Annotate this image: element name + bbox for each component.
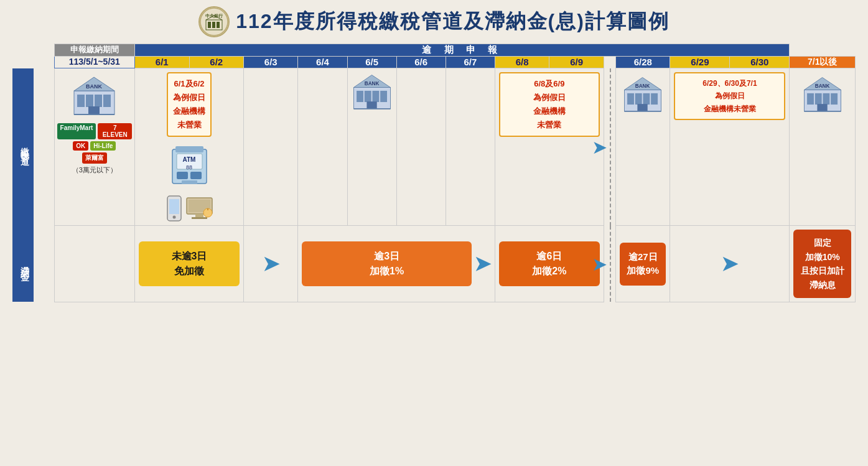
- latefee-0-3: 未逾3日 免加徵: [135, 226, 244, 302]
- col-66-content: [396, 68, 446, 226]
- svg-rect-46: [643, 93, 650, 105]
- main-layout-table: 申報繳納期間 逾 期 申 報 113/5/1~5/31 6/1 6/2 6/3 …: [12, 44, 856, 302]
- svg-rect-24: [182, 180, 197, 184]
- col-67-content: [446, 68, 495, 226]
- bank-building-71: BANK: [801, 71, 844, 114]
- col-628-content: BANK: [616, 68, 670, 226]
- holiday-notice-629-630: 6/29、6/30及7/1 為例假日 金融機構未營業: [674, 72, 785, 120]
- svg-rect-55: [823, 93, 829, 105]
- three-wan-note: （3萬元以下）: [57, 165, 132, 175]
- svg-rect-49: [638, 104, 648, 111]
- col-68-69-content: 6/8及6/9 為例假日 金融機構 未營業: [495, 68, 604, 226]
- period-date: 113/5/1~5/31: [54, 57, 134, 68]
- late-fee-box-2: 逾6日 加徵2%: [499, 241, 600, 286]
- svg-rect-38: [380, 91, 387, 102]
- svg-rect-35: [357, 91, 363, 102]
- latefee-arrow-2: ➤: [670, 226, 790, 302]
- svg-rect-44: [627, 93, 634, 105]
- date-66: 6/6: [396, 57, 446, 68]
- svg-rect-12: [103, 95, 111, 107]
- laierfu-badge: 萊爾富: [82, 152, 107, 164]
- late-fee-row: 滯納金 未逾3日 免加徵 ➤ 逾3日 加徵1%: [12, 226, 856, 302]
- svg-rect-9: [77, 95, 85, 107]
- page-wrapper: 中央銀行 112年度所得稅繳稅管道及滯納金(息)計算圖例: [0, 0, 868, 466]
- svg-rect-56: [831, 93, 838, 105]
- date-68: 6/8: [495, 57, 549, 68]
- convenience-stores: FamilyMart 7 ELEVEN OK Hi-Life 萊爾富 （3萬元以…: [57, 123, 132, 175]
- svg-rect-53: [807, 93, 814, 105]
- period-content: BANK FamilyMart 7 ELEVEN OK Hi-Life: [54, 68, 134, 226]
- svg-text:BANK: BANK: [635, 83, 650, 89]
- svg-rect-37: [372, 91, 379, 102]
- date-628: 6/28: [616, 57, 670, 68]
- svg-text:BANK: BANK: [814, 83, 829, 89]
- gap-latefee: ➤: [604, 226, 615, 302]
- logo-icon: 中央銀行: [198, 6, 230, 37]
- dates-row: 113/5/1~5/31 6/1 6/2 6/3 6/4 6/5 6/6 6/7…: [12, 57, 856, 68]
- svg-rect-30: [195, 214, 203, 217]
- late-fee-box-0: 未逾3日 免加徵: [139, 241, 240, 286]
- date-62: 6/2: [189, 57, 243, 68]
- date-71: 7/1以後: [790, 57, 856, 68]
- tax-channel-row: 繳稅管道 BANK: [12, 68, 856, 226]
- date-630: 6/30: [730, 57, 790, 68]
- bank-building-mid: BANK: [351, 68, 393, 112]
- svg-point-27: [172, 216, 175, 219]
- svg-rect-10: [86, 95, 93, 107]
- svg-rect-3: [208, 22, 211, 28]
- svg-text:ATM: ATM: [182, 156, 195, 163]
- date-65: 6/5: [347, 57, 396, 68]
- svg-rect-40: [366, 101, 376, 109]
- latefee-arrow-1: ➤: [244, 226, 298, 302]
- svg-rect-4: [212, 22, 215, 28]
- latefee-2pct: 逾6日 加徵2%: [495, 226, 604, 302]
- col-63-content: [244, 68, 298, 226]
- date-69: 6/9: [549, 57, 604, 68]
- atm-icon: ATM 88: [169, 144, 210, 188]
- atm-section: ATM 88: [169, 144, 210, 190]
- computer-icon: [185, 197, 213, 220]
- svg-rect-11: [95, 95, 102, 107]
- holiday-notice-68-69: 6/8及6/9 為例假日 金融機構 未營業: [499, 72, 600, 137]
- left-label-tax: 繳稅管道: [12, 68, 34, 226]
- holiday-notice-61-62: 6/1及6/2 為例假日 金融機構 未營業: [167, 72, 212, 137]
- late-fee-box-final: 固定 加徵10% 且按日加計 滯納息: [793, 230, 851, 298]
- late-fee-box-1: 逾3日 加徵1%: [302, 241, 471, 286]
- late-fee-box-27: 逾27日 加徵9%: [620, 243, 666, 286]
- col-64-content: [298, 68, 347, 226]
- latefee-1pct: 逾3日 加徵1% ➤: [298, 226, 495, 302]
- svg-text:BANK: BANK: [86, 83, 102, 90]
- svg-text:BANK: BANK: [364, 81, 379, 86]
- svg-rect-54: [814, 93, 821, 105]
- overdue-header: 逾 期 申 報: [135, 44, 790, 57]
- col-61-62-content: 6/1及6/2 為例假日 金融機構 未營業 ATM 88: [135, 68, 244, 226]
- header-row: 申報繳納期間 逾 期 申 報: [12, 44, 856, 57]
- date-67: 6/7: [446, 57, 495, 68]
- col-71-content: BANK: [790, 68, 856, 226]
- col-65-content: BANK: [347, 68, 396, 226]
- svg-rect-31: [192, 217, 207, 219]
- phone-icon: [166, 195, 183, 221]
- svg-rect-22: [177, 172, 188, 179]
- col-629-630-content: 6/29、6/30及7/1 為例假日 金融機構未營業: [670, 68, 790, 226]
- 711-badge: 7 ELEVEN: [98, 123, 132, 139]
- latefee-final: 固定 加徵10% 且按日加計 滯納息: [790, 226, 856, 302]
- left-label-latefee: 滯納金: [12, 226, 34, 302]
- svg-rect-14: [88, 106, 100, 114]
- latefee-9pct: 逾27日 加徵9%: [616, 226, 670, 302]
- date-64: 6/4: [298, 57, 347, 68]
- page-title: 112年度所得稅繳稅管道及滯納金(息)計算圖例: [236, 8, 670, 35]
- svg-text:88: 88: [186, 164, 192, 170]
- ok-badge: OK: [73, 141, 88, 151]
- svg-rect-36: [364, 91, 371, 102]
- svg-rect-23: [190, 172, 202, 179]
- familymart-badge: FamilyMart: [57, 123, 96, 139]
- gap-col: [604, 57, 615, 68]
- bank-building-period: BANK: [71, 72, 118, 116]
- svg-rect-26: [169, 199, 179, 214]
- period-label: 申報繳納期間: [54, 44, 134, 57]
- hilife-badge: Hi-Life: [90, 141, 116, 151]
- date-63: 6/3: [244, 57, 298, 68]
- svg-rect-58: [817, 104, 827, 111]
- svg-rect-47: [651, 93, 658, 105]
